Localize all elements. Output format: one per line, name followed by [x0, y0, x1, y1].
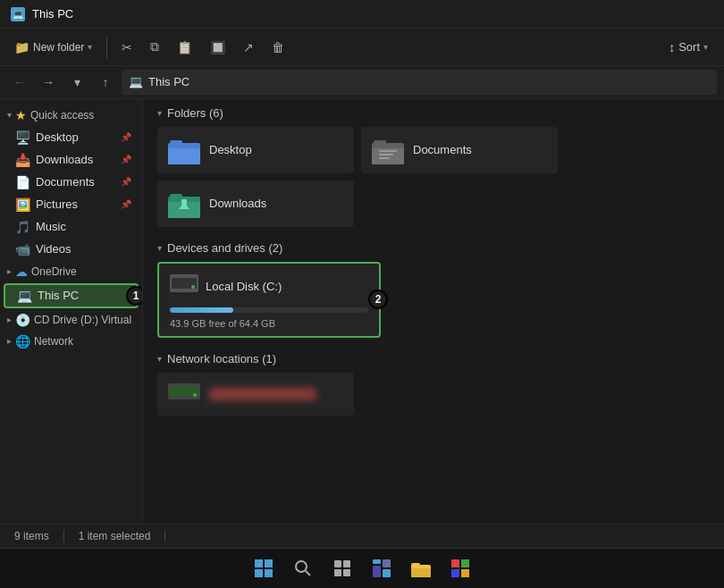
svg-rect-31	[383, 559, 391, 567]
drive-item-c[interactable]: Local Disk (C:) 43.9 GB free of 64.4 GB …	[157, 262, 381, 338]
svg-rect-2	[170, 140, 182, 146]
nav-bar: ← → ▾ ↑ 💻 This PC	[0, 66, 724, 99]
sidebar-item-pictures[interactable]: 🖼️ Pictures 📌	[4, 194, 139, 215]
network-item[interactable]	[157, 373, 354, 416]
folders-section-header[interactable]: ▾ Folders (6)	[143, 99, 724, 123]
drives-section-header[interactable]: ▾ Devices and drives (2)	[143, 234, 724, 258]
svg-rect-13	[181, 199, 187, 205]
cd-toggle: ▸	[7, 315, 12, 324]
onedrive-header[interactable]: ▸ ☁ OneDrive	[0, 261, 142, 282]
breadcrumb[interactable]: 💻 This PC	[122, 70, 717, 95]
svg-rect-36	[411, 563, 420, 567]
documents-folder-icon	[372, 134, 404, 166]
svg-rect-37	[451, 559, 459, 567]
drive-badge: 2	[368, 290, 388, 309]
status-separator	[63, 530, 64, 542]
breadcrumb-path: This PC	[148, 75, 189, 88]
store-button[interactable]	[444, 552, 476, 584]
share-button[interactable]: ↗	[236, 37, 261, 58]
folder-item-desktop[interactable]: Desktop	[157, 127, 354, 173]
breadcrumb-icon: 💻	[129, 75, 143, 88]
main-content: ▾ Folders (6) Desktop	[143, 99, 724, 524]
delete-button[interactable]: 🗑	[265, 37, 291, 58]
svg-rect-26	[334, 560, 341, 567]
back-button[interactable]: ←	[7, 70, 32, 95]
file-explorer-button[interactable]	[405, 552, 437, 584]
drive-progress-fill	[170, 307, 233, 313]
svg-point-16	[191, 285, 195, 289]
cd-drive-header[interactable]: ▸ 💿 CD Drive (D:) Virtual	[0, 309, 142, 331]
cloud-icon: ☁	[15, 265, 28, 279]
cut-button[interactable]: ✂	[114, 37, 139, 58]
svg-rect-23	[265, 569, 273, 577]
drive-info-c: 43.9 GB free of 64.4 GB	[170, 318, 368, 329]
drive-icon	[170, 271, 198, 302]
network-drive-icon	[168, 380, 200, 408]
folder-item-downloads[interactable]: Downloads	[157, 181, 354, 227]
pin-icon-pics: 📌	[121, 199, 131, 209]
svg-rect-27	[343, 560, 350, 567]
copy-button[interactable]: ⧉	[143, 36, 166, 58]
svg-rect-39	[451, 569, 459, 577]
title-bar: 💻 This PC	[0, 0, 724, 29]
sidebar-item-documents[interactable]: 📄 Documents 📌	[4, 172, 139, 193]
svg-rect-40	[461, 569, 469, 577]
network-toggle: ▸	[7, 336, 12, 346]
network-grid	[143, 369, 724, 423]
network-item-label	[209, 388, 316, 400]
svg-rect-20	[255, 559, 263, 567]
folders-toggle[interactable]: ▾	[157, 108, 162, 118]
toolbar: 📁 New folder ▾ ✂ ⧉ 📋 🔲 ↗ 🗑 ↕ Sort ▾	[0, 29, 724, 65]
network-toggle-main[interactable]: ▾	[157, 354, 162, 364]
svg-line-25	[306, 571, 310, 575]
disc-icon: 💿	[15, 313, 30, 327]
folders-grid: Desktop Documents	[143, 123, 724, 234]
svg-rect-11	[170, 194, 182, 199]
sidebar-item-this-pc[interactable]: 💻 This PC 1	[4, 283, 139, 308]
sidebar: ▾ ★ Quick access 🖥️ Desktop 📌 📥 Download…	[0, 99, 143, 524]
dropdown-button[interactable]: ▾	[64, 70, 89, 95]
pin-icon-docs: 📌	[121, 177, 131, 187]
svg-rect-8	[379, 157, 390, 159]
widgets-button[interactable]	[366, 552, 398, 584]
quick-access-header[interactable]: ▾ ★ Quick access	[0, 105, 142, 126]
onedrive-toggle: ▸	[7, 266, 12, 276]
sort-button[interactable]: ↕ Sort ▾	[660, 37, 717, 58]
toolbar-separator	[106, 37, 107, 58]
start-button[interactable]	[248, 552, 280, 584]
documents-icon: 📄	[14, 175, 30, 189]
copy-icon: ⧉	[150, 39, 159, 55]
this-pc-badge: 1	[126, 286, 143, 306]
sidebar-item-videos[interactable]: 📹 Videos	[4, 239, 139, 260]
svg-rect-1	[168, 148, 200, 164]
sidebar-item-downloads[interactable]: 📥 Downloads 📌	[4, 149, 139, 171]
app-icon: 💻	[11, 7, 25, 21]
network-header[interactable]: ▸ 🌐 Network	[0, 331, 142, 352]
up-button[interactable]: ↑	[93, 70, 118, 95]
svg-rect-6	[379, 150, 397, 152]
rename-button[interactable]: 🔲	[203, 37, 232, 58]
sidebar-item-desktop[interactable]: 🖥️ Desktop 📌	[4, 127, 139, 148]
svg-rect-22	[255, 569, 263, 577]
new-folder-button[interactable]: 📁 New folder ▾	[7, 37, 99, 58]
network-section-header[interactable]: ▾ Network locations (1)	[143, 345, 724, 369]
svg-point-19	[193, 393, 197, 397]
cut-icon: ✂	[122, 40, 132, 55]
paste-button[interactable]: 📋	[170, 37, 199, 58]
documents-folder-label: Documents	[413, 143, 472, 156]
quick-access-toggle: ▾	[7, 110, 12, 120]
drives-toggle[interactable]: ▾	[157, 243, 162, 253]
sidebar-item-music[interactable]: 🎵 Music	[4, 216, 139, 238]
folder-item-documents[interactable]: Documents	[361, 127, 558, 173]
svg-rect-7	[379, 154, 393, 155]
forward-button[interactable]: →	[36, 70, 61, 95]
pin-icon: 📌	[121, 132, 131, 142]
desktop-folder-label: Desktop	[209, 143, 252, 156]
svg-rect-21	[265, 559, 273, 567]
svg-point-24	[296, 561, 307, 572]
share-icon: ↗	[243, 40, 254, 55]
main-layout: ▾ ★ Quick access 🖥️ Desktop 📌 📥 Download…	[0, 99, 724, 524]
search-button[interactable]	[287, 552, 319, 584]
task-view-button[interactable]	[326, 552, 358, 584]
new-folder-icon: 📁	[14, 40, 29, 55]
